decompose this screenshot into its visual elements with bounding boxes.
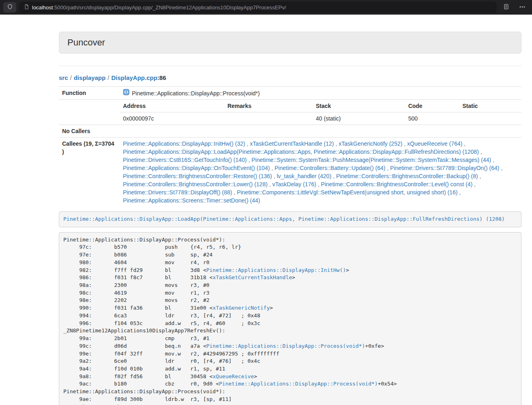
breadcrumb-link-file[interactable]: DisplayApp.cpp xyxy=(111,74,157,81)
callee-link[interactable]: Pinetime::Controllers::BrightnessControl… xyxy=(123,181,267,187)
code-symbol-link[interactable]: xTaskGenericNotify xyxy=(213,305,270,311)
function-row-label: Function xyxy=(59,87,120,100)
url-bar[interactable]: localhost:5000/path/src/displayapp/Displ… xyxy=(19,2,496,13)
divider xyxy=(59,66,521,66)
callee-separator: , xyxy=(270,165,275,171)
disassembly-code: Pinetime::Applications::DisplayApp::Proc… xyxy=(59,232,521,405)
callee-separator: , xyxy=(316,181,321,187)
callee-link[interactable]: Pinetime::Drivers::St7789::DisplayOn() (… xyxy=(390,165,499,171)
table-row: 0x0000097c 40 (static) 500 xyxy=(120,112,521,125)
callee-link[interactable]: Pinetime::Controllers::BrightnessControl… xyxy=(123,173,272,179)
callee-link[interactable]: Pinetime::Applications::DisplayApp::Init… xyxy=(123,140,245,147)
page-icon xyxy=(24,4,29,11)
callee-separator: , xyxy=(479,149,482,155)
column-header-stack: Stack xyxy=(312,100,405,112)
callees-row: Callees (19, Σ=3704 ) Pinetime::Applicat… xyxy=(59,138,521,207)
column-header-static: Static xyxy=(459,100,521,112)
callee-link[interactable]: xQueueReceive (764) xyxy=(407,140,462,147)
url-path: :5000/path/src/displayapp/DisplayApp.cpp… xyxy=(53,4,286,11)
callee-separator: , xyxy=(245,140,250,147)
callee-separator: , xyxy=(478,173,481,179)
stack-value: 40 (static) xyxy=(312,112,405,125)
callee-link[interactable]: Pinetime::Controllers::BrightnessControl… xyxy=(321,181,472,187)
callees-label: Callees (19, Σ=3704 ) xyxy=(59,138,120,207)
code-symbol-link[interactable]: Pinetime::Applications::DisplayApp::Proc… xyxy=(219,381,378,387)
code-symbol-link[interactable]: xQueueReceive xyxy=(213,373,254,379)
callee-link[interactable]: Pinetime::Drivers::Cst816S::GetTouchInfo… xyxy=(123,157,247,163)
callee-separator: , xyxy=(267,181,272,187)
function-row: Function Pinetime::Applications::Display… xyxy=(59,87,521,100)
callee-separator: , xyxy=(491,157,494,163)
static-value xyxy=(459,112,521,125)
main-content: Puncover src/displayapp/DisplayApp.cpp:8… xyxy=(59,32,521,405)
security-shield-button[interactable] xyxy=(3,2,16,13)
code-symbol-link[interactable]: Pinetime::Applications::DisplayApp::Proc… xyxy=(206,343,365,349)
callee-link[interactable]: Pinetime::Applications::Screens::Timer::… xyxy=(123,197,260,204)
callee-link[interactable]: Pinetime::Controllers::Battery::Update()… xyxy=(275,165,386,171)
menu-button[interactable] xyxy=(516,2,529,13)
url-host: localhost xyxy=(32,4,53,11)
breadcrumb: src/displayapp/DisplayApp.cpp:86 xyxy=(59,74,521,81)
callee-link[interactable]: vTaskDelay (176) xyxy=(272,181,316,187)
stats-row: Address Remarks Stack Code Static 0x0000… xyxy=(59,100,521,125)
no-callers-row: No Callers xyxy=(59,125,521,138)
function-icon xyxy=(123,89,129,97)
callee-separator: , xyxy=(462,140,465,147)
highlighted-symbol-box: Pinetime::Applications::DisplayApp::Load… xyxy=(59,211,521,227)
address-value: 0x0000097c xyxy=(120,112,224,125)
breadcrumb-line-number: :86 xyxy=(157,74,166,81)
callees-list: Pinetime::Applications::DisplayApp::Init… xyxy=(120,138,521,207)
breadcrumb-separator: / xyxy=(108,74,109,81)
callee-separator: , xyxy=(458,189,461,196)
function-name: Pinetime::Applications::DisplayApp::Proc… xyxy=(132,89,260,97)
callee-link[interactable]: Pinetime::Drivers::St7789::DisplayOff() … xyxy=(123,189,232,196)
breadcrumb-link-src[interactable]: src xyxy=(59,74,68,81)
highlighted-symbol-link[interactable]: Pinetime::Applications::DisplayApp::Load… xyxy=(63,216,505,222)
code-symbol-link[interactable]: Pinetime::Applications::DisplayApp::Init… xyxy=(206,267,346,273)
page-title: Puncover xyxy=(67,37,513,48)
reader-view-icon xyxy=(503,4,509,11)
jumbotron: Puncover xyxy=(59,32,521,54)
callee-separator: , xyxy=(272,173,277,179)
callee-link[interactable]: Pinetime::System::SystemTask::PushMessag… xyxy=(252,157,491,163)
shield-icon xyxy=(7,4,13,11)
callee-separator: , xyxy=(403,140,407,147)
code-symbol-link[interactable]: xTaskGetCurrentTaskHandle xyxy=(213,274,292,280)
column-header-code: Code xyxy=(405,100,459,112)
column-header-remarks: Remarks xyxy=(224,100,312,112)
column-header-address: Address xyxy=(120,100,224,112)
function-info-table: Function Pinetime::Applications::Display… xyxy=(59,86,521,207)
callee-separator: , xyxy=(386,165,390,171)
callee-separator: , xyxy=(472,181,476,187)
browser-header: localhost:5000/path/src/displayapp/Displ… xyxy=(0,0,532,15)
callee-separator: , xyxy=(500,165,503,171)
callee-link[interactable]: lv_task_handler (420) xyxy=(277,173,332,179)
callee-separator: , xyxy=(334,140,339,147)
callee-link[interactable]: Pinetime::Applications::DisplayApp::OnTo… xyxy=(123,165,270,171)
callee-separator: , xyxy=(232,189,237,196)
callee-link[interactable]: Pinetime::Controllers::BrightnessControl… xyxy=(336,173,478,179)
stats-table: Address Remarks Stack Code Static 0x0000… xyxy=(120,100,521,125)
breadcrumb-separator: / xyxy=(70,74,72,81)
no-callers-label: No Callers xyxy=(59,125,120,138)
code-value: 500 xyxy=(405,112,459,125)
stats-row-label xyxy=(59,100,120,125)
callee-link[interactable]: xTaskGetCurrentTaskHandle (12) xyxy=(250,140,334,147)
callee-link[interactable]: xTaskGenericNotify (252) xyxy=(338,140,402,147)
menu-dots-icon xyxy=(519,4,526,11)
callee-separator: , xyxy=(247,157,252,163)
remarks-value xyxy=(224,112,312,125)
callee-link[interactable]: Pinetime::Applications::DisplayApp::Load… xyxy=(123,149,479,155)
callee-link[interactable]: Pinetime::Components::LittleVgl::SetNewT… xyxy=(237,189,458,196)
callee-separator: , xyxy=(332,173,336,179)
breadcrumb-link-displayapp[interactable]: displayapp xyxy=(74,74,106,81)
url-text: localhost:5000/path/src/displayapp/Displ… xyxy=(32,4,286,11)
reader-view-button[interactable] xyxy=(500,2,513,13)
